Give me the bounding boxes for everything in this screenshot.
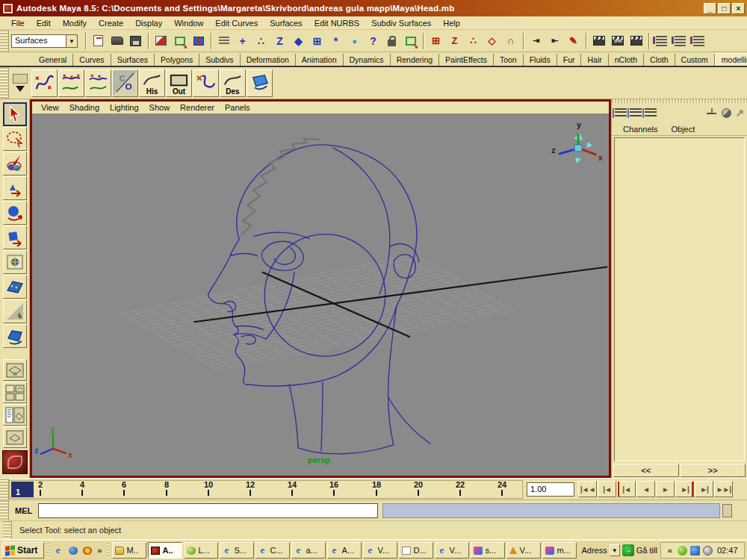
ipr-render-icon[interactable]: IPR: [609, 32, 626, 49]
quicklaunch-ie-icon[interactable]: [52, 544, 65, 557]
new-scene-icon[interactable]: [90, 32, 107, 49]
manip-axis-icon[interactable]: [706, 108, 718, 118]
menu-window[interactable]: Window: [169, 18, 208, 28]
shelf-tab-curves[interactable]: Curves: [73, 54, 111, 66]
viewport-menu-panels[interactable]: Panels: [220, 102, 255, 113]
command-line-drag-handle[interactable]: [0, 500, 9, 520]
viewport-menu-view[interactable]: View: [37, 102, 63, 113]
play-forwards-button[interactable]: ►: [656, 481, 675, 497]
channel-layout-icon-1[interactable]: [615, 108, 627, 118]
mask-misc-icon[interactable]: ?: [365, 32, 382, 49]
minimize-button[interactable]: _: [704, 3, 716, 14]
select-component-icon[interactable]: [190, 32, 207, 49]
shelf-tab-cloth[interactable]: Cloth: [644, 54, 675, 66]
cv-curve-shelf-item[interactable]: [31, 69, 58, 97]
go-to-start-button[interactable]: |◄◄: [578, 481, 597, 497]
shelf-selector[interactable]: [9, 69, 31, 97]
channel-layout-icon-2[interactable]: [630, 108, 642, 118]
channels-menu[interactable]: Channels: [618, 124, 663, 134]
step-back-key-button[interactable]: |◄: [617, 481, 636, 497]
toolbar-drag-handle[interactable]: [0, 30, 9, 52]
menu-subdiv-surfaces[interactable]: Subdiv Surfaces: [366, 18, 436, 28]
command-line-input[interactable]: [38, 503, 378, 518]
object-menu[interactable]: Object: [666, 124, 700, 134]
viewport-menu-lighting[interactable]: Lighting: [105, 102, 143, 113]
shelf-tab-fur[interactable]: Fur: [557, 54, 582, 66]
mask-surfaces-icon[interactable]: ◆: [290, 32, 307, 49]
title-bar[interactable]: Autodesk Maya 8.5: C:\Documents and Sett…: [0, 0, 747, 16]
tray-icon-blue[interactable]: [690, 546, 700, 556]
task-button[interactable]: m...: [542, 542, 577, 559]
task-button[interactable]: S...: [220, 542, 254, 559]
design-shelf-item[interactable]: Des: [220, 69, 246, 97]
task-button[interactable]: V...: [506, 542, 541, 559]
shelf-tab-fluids[interactable]: Fluids: [524, 54, 557, 66]
step-back-frame-button[interactable]: |◄: [598, 481, 616, 497]
surface-shelf-item[interactable]: [247, 69, 273, 97]
current-time-field[interactable]: [527, 482, 574, 497]
task-button[interactable]: D...: [399, 542, 433, 559]
mask-dynamics-icon[interactable]: *: [327, 32, 344, 49]
scale-tool[interactable]: [3, 225, 27, 249]
fit-curve-shelf-item[interactable]: [85, 69, 111, 97]
shelf-tab-surfaces[interactable]: Surfaces: [111, 54, 155, 66]
save-scene-icon[interactable]: [127, 32, 144, 49]
expand-left-button[interactable]: <<: [613, 464, 679, 477]
viewport-menu-renderer[interactable]: Renderer: [176, 102, 219, 113]
menu-set-value[interactable]: Surfaces: [11, 34, 66, 48]
task-button[interactable]: M..: [112, 542, 146, 559]
tray-icon-green[interactable]: [678, 546, 687, 556]
channel-layout-icon-3[interactable]: [645, 108, 657, 118]
mask-deformations-icon[interactable]: ⊞: [309, 32, 326, 49]
mask-all-icon[interactable]: +: [234, 32, 251, 49]
shelf-tab-toon[interactable]: Toon: [494, 54, 524, 66]
mask-handles-icon[interactable]: ∴: [252, 32, 270, 49]
chevron-down-icon[interactable]: ▼: [66, 34, 78, 48]
step-forward-key-button[interactable]: ►|: [675, 481, 694, 497]
history-shelf-item[interactable]: His: [139, 69, 165, 97]
layout-persp-outliner[interactable]: [3, 404, 27, 426]
highlight-mode-icon[interactable]: [215, 32, 232, 49]
toggle-attr-editor-icon[interactable]: [653, 32, 670, 49]
mask-rendering-icon[interactable]: ●: [346, 32, 363, 49]
show-manipulator-tool[interactable]: [3, 299, 27, 323]
quicklaunch-overflow-chevron[interactable]: »: [95, 546, 104, 555]
menu-set-selector[interactable]: Surfaces ▼: [11, 34, 78, 48]
go-arrow-icon[interactable]: →: [622, 544, 634, 556]
menu-edit-nurbs[interactable]: Edit NURBS: [309, 18, 365, 28]
expand-right-button[interactable]: >>: [681, 464, 746, 477]
task-button[interactable]: C...: [255, 542, 290, 559]
viewport-canvas[interactable]: y z x y z x persp: [32, 114, 609, 476]
last-tool[interactable]: [3, 324, 27, 348]
close-button[interactable]: ×: [732, 3, 745, 14]
select-tool[interactable]: [3, 102, 27, 126]
task-button[interactable]: a...: [291, 542, 326, 559]
highlight-selection-icon[interactable]: [402, 32, 419, 49]
shelf-tab-custom[interactable]: Custom: [675, 54, 715, 66]
layout-four[interactable]: [3, 382, 27, 403]
shelf-tab-hair[interactable]: Hair: [581, 54, 608, 66]
menu-display[interactable]: Display: [130, 18, 167, 28]
task-button-active-maya[interactable]: A..: [148, 542, 182, 559]
rebuild-curve-shelf-item[interactable]: [58, 69, 84, 97]
render-settings-icon[interactable]: [627, 32, 645, 49]
start-button[interactable]: Start: [1, 542, 44, 559]
script-editor-icon[interactable]: ✎: [565, 32, 582, 49]
shelf-tab-dynamics[interactable]: Dynamics: [344, 54, 391, 66]
viewport-menu-shading[interactable]: Shading: [65, 102, 104, 113]
snap-point-icon[interactable]: ∴: [465, 32, 482, 49]
lock-selection-icon[interactable]: [383, 32, 400, 49]
menu-help[interactable]: Help: [438, 18, 465, 28]
viewport-menu-show[interactable]: Show: [145, 102, 175, 113]
make-live-icon[interactable]: ∩: [502, 32, 519, 49]
task-button[interactable]: V...: [363, 542, 397, 559]
shelf-drag-handle[interactable]: [0, 67, 9, 99]
task-button[interactable]: L...: [184, 542, 218, 559]
quicklaunch-disc-icon[interactable]: [81, 544, 93, 557]
shelf-tab-rendering[interactable]: Rendering: [391, 54, 439, 66]
task-button[interactable]: V...: [435, 542, 469, 559]
channel-box-body[interactable]: [614, 137, 745, 461]
speed-dial-icon[interactable]: [722, 108, 731, 118]
shelf-tab-general[interactable]: General: [33, 54, 73, 66]
output-connections-icon[interactable]: ⇤: [546, 32, 563, 49]
